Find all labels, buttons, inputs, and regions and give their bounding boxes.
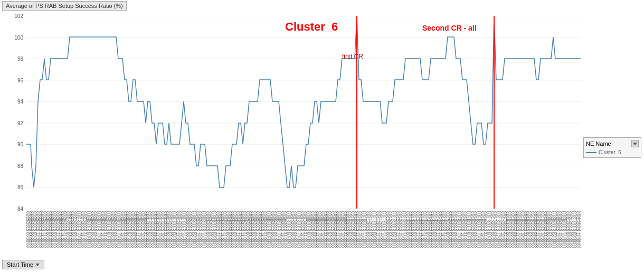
legend-item-cluster6: Cluster_6 [586,149,639,155]
svg-text:09/21/2015 15:00:00: 09/21/2015 15:00:00 [578,211,581,248]
y-label-102: 102 [14,13,23,19]
chart-svg [26,16,581,209]
start-time-dropdown-arrow [35,264,40,266]
y-label-90: 90 [17,142,23,147]
legend-box: NE Name Cluster_6 [583,137,641,158]
y-label-88: 88 [17,163,23,168]
y-label-84: 84 [17,206,23,212]
y-axis-container: 102 100 98 96 94 92 90 88 86 84 [0,16,25,209]
x-axis: 08/25/2015 00:00:0008/25/2015 03:00:0008… [26,209,581,269]
chart-title: Average of PS RAB Setup Success Ratio (%… [2,1,127,11]
legend-dropdown-arrow [633,143,637,145]
cluster6-annotation: Cluster_6 [285,20,338,34]
start-time-label: Start Time [7,261,33,268]
y-label-92: 92 [17,120,23,126]
y-label-96: 96 [17,77,23,83]
y-label-98: 98 [17,56,23,62]
start-time-button[interactable]: Start Time [2,260,44,269]
second-cr-annotation: Second CR - all [422,24,477,32]
legend-title: NE Name [586,140,611,147]
legend-label: Cluster_6 [599,149,621,155]
y-label-86: 86 [17,184,23,190]
chart-container: Average of PS RAB Setup Success Ratio (%… [0,0,644,272]
legend-dropdown[interactable] [631,140,639,147]
legend-header: NE Name [586,140,639,147]
first-cr-annotation: first CR [342,53,363,60]
legend-line [586,152,596,153]
y-label-100: 100 [14,34,23,40]
svg-rect-0 [26,16,581,209]
y-label-94: 94 [17,99,23,105]
